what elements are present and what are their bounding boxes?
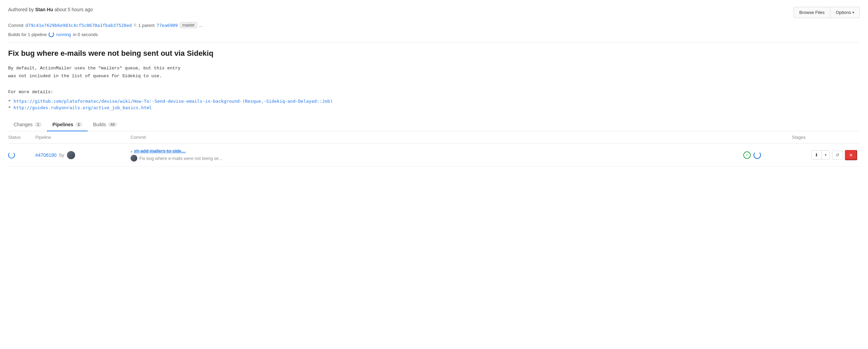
- author-name: Stan Hu: [35, 7, 53, 12]
- table-row: #4706190 by ᚁ sh-add-mailers-to-side…: [8, 144, 860, 167]
- link-1[interactable]: http://guides.rubyonrails.org/active_job…: [14, 105, 152, 110]
- row-status-running-icon: [8, 152, 15, 159]
- options-button[interactable]: Options ▾: [830, 7, 860, 18]
- options-label: Options: [836, 10, 851, 15]
- commit-hash-link[interactable]: d79c41e7629b6e983c4cf5c0670a1fbab37528ed: [25, 23, 132, 28]
- link-item-1: * http://guides.rubyonrails.org/active_j…: [8, 105, 860, 110]
- branch-name-link[interactable]: sh-add-mailers-to-side…: [134, 148, 186, 153]
- cancel-button[interactable]: ✕: [845, 150, 857, 160]
- header-pipeline: Pipeline: [35, 135, 131, 140]
- row-pipeline: #4706190 by: [35, 151, 131, 159]
- header-buttons: Browse Files Options ▾: [794, 7, 860, 18]
- commit-line: Commit d79c41e7629b6e983c4cf5c0670a1fbab…: [8, 22, 860, 28]
- header-commit: Commit: [131, 135, 792, 140]
- tab-builds-badge: 44: [108, 122, 117, 127]
- header-stages: Stages: [792, 135, 860, 140]
- commit-label: Commit: [8, 23, 23, 28]
- commit-msg-line: Fix bug where e-mails were not being se.…: [131, 155, 743, 162]
- pipeline-id-text[interactable]: #4706190: [35, 152, 56, 158]
- tab-builds[interactable]: Builds 44: [88, 118, 122, 131]
- stage-success-icon: ✓: [743, 151, 751, 159]
- commit-title: Fix bug where e-mails were not being sen…: [8, 48, 860, 59]
- commit-branch-line: ᚁ sh-add-mailers-to-side…: [131, 148, 743, 153]
- parent-hash-link[interactable]: 77ea6909: [157, 23, 178, 28]
- row-actions: ⬇ ▾ ↺ ✕: [811, 150, 860, 160]
- ellipsis: ...: [199, 23, 203, 28]
- row-commit: ᚁ sh-add-mailers-to-side… Fix bug where …: [131, 148, 743, 162]
- tabs-nav: Changes 1 Pipelines 1 Builds 44: [8, 118, 860, 131]
- browse-files-button[interactable]: Browse Files: [794, 7, 830, 18]
- author-info: Authored by Stan Hu about 5 hours ago: [8, 7, 93, 12]
- author-time: about 5 hours ago: [54, 7, 93, 12]
- builds-line: Builds for 1 pipeline running in 0 secon…: [8, 32, 860, 37]
- tab-changes[interactable]: Changes 1: [8, 118, 47, 131]
- tab-changes-badge: 1: [35, 122, 41, 127]
- pipelines-table: Status Pipeline Commit Stages #4706190 b…: [8, 131, 860, 167]
- download-button[interactable]: ⬇: [812, 151, 821, 159]
- builds-label: Builds for 1 pipeline: [8, 32, 47, 37]
- row-stages: ✓: [743, 151, 811, 159]
- copy-hash-icon[interactable]: ⎘: [134, 23, 136, 28]
- link-item-0: * https://github.com/plataformatec/devis…: [8, 99, 860, 104]
- table-header: Status Pipeline Commit Stages: [8, 131, 860, 144]
- row-status: [8, 152, 35, 159]
- commit-message-text: Fix bug where e-mails were not being se.…: [139, 156, 222, 161]
- stage-running-icon: [753, 151, 761, 159]
- pipeline-status-icon: [49, 32, 54, 37]
- commit-links: * https://github.com/plataformatec/devis…: [8, 99, 860, 110]
- header-status: Status: [8, 135, 35, 140]
- retry-button[interactable]: ↺: [832, 151, 843, 160]
- link-0[interactable]: https://github.com/plataformatec/devise/…: [14, 99, 333, 104]
- commit-body: By default, ActionMailer uses the "maile…: [8, 64, 860, 96]
- tabs-section: Changes 1 Pipelines 1 Builds 44 Status P…: [8, 118, 860, 167]
- download-button-group: ⬇ ▾: [811, 150, 830, 160]
- running-link[interactable]: running: [56, 32, 71, 37]
- download-dropdown-button[interactable]: ▾: [822, 151, 830, 159]
- header-divider: [8, 43, 860, 43]
- parent-label: 1 parent: [138, 23, 155, 28]
- builds-suffix: in 0 seconds: [73, 32, 98, 37]
- authored-by-label: Authored by: [8, 7, 34, 12]
- tab-pipelines[interactable]: Pipelines 1: [47, 118, 88, 131]
- bullet-star-0: *: [8, 99, 11, 104]
- pipeline-avatar: [67, 151, 75, 159]
- tab-changes-label: Changes: [14, 122, 33, 127]
- commit-avatar-image: [131, 155, 137, 162]
- tab-pipelines-label: Pipelines: [52, 122, 73, 127]
- avatar-image: [67, 151, 75, 159]
- tab-pipelines-badge: 1: [75, 122, 82, 127]
- pipeline-by-label: by: [59, 152, 64, 158]
- options-chevron-icon: ▾: [852, 11, 854, 14]
- bullet-star-1: *: [8, 105, 11, 110]
- download-chevron-icon: ▾: [825, 153, 827, 157]
- tab-builds-label: Builds: [93, 122, 106, 127]
- commit-avatar: [131, 155, 137, 162]
- branch-fork-icon: ᚁ: [131, 149, 133, 153]
- branch-badge: master: [180, 22, 197, 28]
